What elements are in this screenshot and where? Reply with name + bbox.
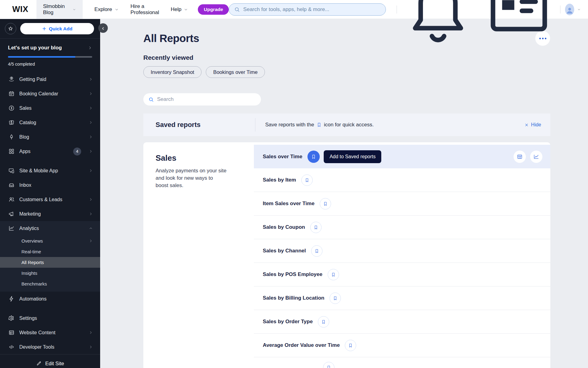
analytics-section: Analytics Overviews Real-time (0, 221, 100, 292)
table-view-icon (517, 154, 523, 160)
chevron-right-icon (89, 92, 93, 96)
bookmark-icon (304, 178, 310, 183)
sidebar-item[interactable]: Sales (0, 101, 100, 115)
site-mobile-icon (8, 167, 15, 174)
recently-viewed-title: Recently viewed (143, 54, 550, 61)
inbox-icon (8, 182, 15, 188)
sidebar-subitem[interactable]: All Reports (0, 257, 100, 268)
sidebar-subitem[interactable]: Insights (0, 268, 100, 278)
developer-tools-icon (8, 344, 15, 350)
site-selector[interactable]: Slmobbin Blog (36, 0, 83, 19)
messages-panel-icon (482, 0, 556, 46)
report-row[interactable]: Sales by Channel (254, 239, 550, 263)
recently-viewed-chip[interactable]: Bookings over Time (206, 66, 265, 78)
avatar[interactable] (565, 4, 574, 15)
sidebar-item[interactable]: Getting Paid (0, 72, 100, 86)
nav-help[interactable]: Help (171, 6, 188, 13)
edit-site-button[interactable]: Edit Site (0, 355, 100, 368)
report-row[interactable]: Sales by Billing Location (254, 286, 550, 310)
favorites-star-button[interactable] (5, 23, 16, 34)
report-row-partial[interactable] (254, 357, 550, 368)
sidebar-item[interactable]: Developer Tools (0, 340, 100, 354)
customers-icon (8, 196, 15, 203)
sidebar-subitem[interactable]: Benchmarks (0, 278, 100, 289)
header-nav: Explore Hire a Professional Help (94, 3, 188, 16)
bookmark-button[interactable] (345, 340, 356, 351)
site-name: Slmobbin Blog (43, 3, 69, 16)
sidebar-item[interactable]: Apps 4 (0, 144, 100, 159)
sidebar-item[interactable]: Marketing (0, 207, 100, 221)
saved-reports-title: Saved reports (143, 121, 255, 129)
sidebar-collapse-button[interactable]: ‹ (98, 23, 108, 33)
report-row[interactable]: Item Sales over Time (254, 192, 550, 216)
bookmark-button[interactable] (311, 245, 322, 257)
chevron-right-icon (89, 239, 93, 243)
bookmark-button[interactable] (323, 362, 334, 368)
bookmark-icon (314, 248, 319, 254)
booking-calendar-icon (8, 90, 15, 97)
sidebar-item[interactable]: Booking Calendar (0, 86, 100, 101)
sidebar-item[interactable]: Site & Mobile App (0, 163, 100, 178)
bookmark-button[interactable] (318, 316, 329, 328)
global-search-input[interactable] (243, 6, 381, 13)
header-divider (397, 6, 397, 13)
bookmark-button[interactable] (330, 293, 341, 304)
card-title: Sales (156, 153, 245, 163)
upgrade-button[interactable]: Upgrade (198, 4, 229, 15)
report-row[interactable]: Sales by POS Employee (254, 263, 550, 286)
report-row-sales-over-time[interactable]: Sales over Time Add to Saved reports (254, 145, 550, 168)
bookmark-button[interactable] (328, 269, 339, 280)
setup-progress-fill (8, 56, 75, 58)
reports-search-input[interactable] (157, 96, 256, 102)
table-view-button[interactable] (514, 151, 526, 163)
bookmark-icon (316, 122, 322, 128)
bookmark-button[interactable] (307, 151, 320, 163)
sidebar-item[interactable]: Automations (0, 292, 100, 306)
sales-icon (8, 105, 15, 111)
sidebar-subitem[interactable]: Overviews (0, 236, 100, 246)
report-row[interactable]: Sales by Order Type (254, 310, 550, 334)
quick-add-button[interactable]: Quick Add (20, 23, 94, 34)
bookmark-button[interactable] (301, 174, 313, 186)
chevron-right-icon (89, 169, 93, 173)
reports-search[interactable] (143, 93, 261, 105)
header-divider (560, 6, 560, 13)
wix-logo[interactable]: WIX (12, 5, 28, 14)
quick-add-row: Quick Add (0, 19, 100, 38)
global-search[interactable] (229, 3, 386, 16)
count-badge: 4 (73, 148, 81, 155)
hide-banner-button[interactable]: Hide (525, 122, 541, 128)
chart-view-button[interactable] (530, 151, 542, 163)
report-row[interactable]: Sales by Item (254, 168, 550, 192)
getting-paid-icon (8, 76, 15, 82)
report-row[interactable]: Average Order Value over Time (254, 334, 550, 357)
nav-explore[interactable]: Explore (94, 6, 119, 13)
recently-viewed-chip[interactable]: Inventory Snapshot (143, 66, 202, 78)
bookmark-button[interactable] (310, 222, 322, 233)
apps-icon (8, 148, 15, 155)
notifications-bell-icon (401, 0, 475, 46)
report-row[interactable]: Sales by Coupon (254, 216, 550, 239)
sidebar-subitem[interactable]: Real-time (0, 246, 100, 257)
search-icon (148, 97, 154, 102)
settings-icon (8, 315, 15, 321)
sidebar-item[interactable]: Website Content (0, 325, 100, 340)
sidebar-item[interactable]: Catalog (0, 115, 100, 130)
sidebar-item[interactable]: Blog (0, 130, 100, 144)
bookmark-icon (313, 225, 318, 230)
sidebar-menu: Getting Paid Booking Calendar Sales (0, 72, 100, 368)
nav-hire-a-professional[interactable]: Hire a Professional (130, 3, 159, 16)
sidebar-item[interactable]: Customers & Leads (0, 192, 100, 207)
chevron-right-icon (88, 46, 92, 50)
chevron-right-icon (89, 212, 93, 216)
setup-checklist-toggle[interactable]: Let's set up your blog (8, 45, 92, 51)
bookmark-icon (326, 365, 331, 368)
sidebar-footer: Edit Site (0, 354, 100, 368)
bookmark-button[interactable] (320, 198, 331, 209)
messages-panel-button[interactable] (482, 0, 556, 46)
notifications-button[interactable]: 2 (401, 0, 475, 46)
sidebar-item-analytics[interactable]: Analytics (0, 221, 100, 236)
account-chevron-down-icon[interactable] (577, 7, 581, 12)
sidebar-item[interactable]: Inbox (0, 178, 100, 192)
sidebar-item[interactable]: Settings (0, 311, 100, 325)
